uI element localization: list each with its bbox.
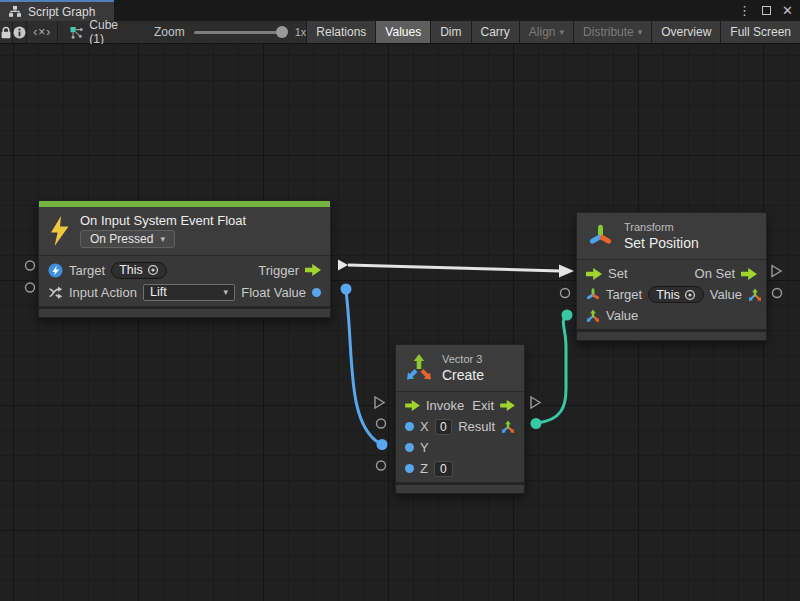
maximize-icon[interactable]	[762, 6, 771, 15]
event-mode-dropdown[interactable]: On Pressed	[80, 230, 175, 248]
vector3-node-header[interactable]: Vector 3 Create	[396, 345, 524, 392]
flow-arrow-icon[interactable]	[741, 268, 757, 280]
set-value-row: Value	[577, 305, 766, 326]
vector3-mini-icon[interactable]	[748, 288, 762, 302]
graph-breadcrumb[interactable]: Cube (1)	[58, 21, 130, 43]
vector3-mini-icon[interactable]	[586, 309, 600, 323]
event-target-row: Target This Trigger	[39, 259, 330, 281]
float-port-icon[interactable]	[312, 288, 321, 297]
toolbar-button-carry[interactable]: Carry	[471, 21, 519, 43]
exit-port-label: Exit	[472, 398, 494, 413]
result-port-label: Result	[458, 419, 495, 434]
input-action-icon	[48, 285, 63, 300]
toolbar-button-relations[interactable]: Relations	[306, 21, 375, 43]
object-picker-icon[interactable]	[147, 264, 159, 276]
zoom-slider-handle[interactable]	[276, 26, 288, 38]
z-port-label: Z	[420, 461, 428, 476]
set-position-category: Transform	[624, 221, 699, 233]
invoke-row: Invoke Exit	[396, 395, 524, 416]
lock-icon	[0, 26, 12, 39]
graph-name: Cube (1)	[89, 18, 118, 46]
graph-canvas[interactable]: On Input System Event Float On Pressed T…	[0, 44, 800, 601]
object-picker-icon[interactable]	[684, 289, 696, 301]
set-port-label: Set	[608, 266, 628, 281]
float-port-icon[interactable]	[405, 422, 414, 431]
z-value-field[interactable]: 0	[434, 461, 453, 477]
float-value-out-port-marker[interactable]	[341, 284, 352, 295]
event-node-header[interactable]: On Input System Event Float On Pressed	[39, 207, 330, 256]
node-transform-set-position[interactable]: Transform Set Position Set On Set	[576, 212, 767, 341]
exit-port-marker[interactable]	[531, 397, 540, 408]
flow-arrow-icon[interactable]	[500, 400, 515, 411]
zoom-label: Zoom	[154, 25, 185, 39]
chevron-down-icon	[638, 25, 643, 39]
result-out-port-marker[interactable]	[531, 418, 542, 429]
invoke-port-marker[interactable]	[375, 397, 384, 408]
set-position-node-footer	[577, 329, 766, 340]
on-set-port-marker[interactable]	[772, 266, 781, 277]
set-position-node-header[interactable]: Transform Set Position	[577, 213, 766, 260]
set-target-port-marker[interactable]	[561, 289, 570, 298]
set-target-object-field[interactable]: This	[648, 286, 704, 303]
value-out-port-label: Value	[710, 287, 742, 302]
vector3-node-footer	[396, 482, 524, 493]
float-port-icon[interactable]	[405, 464, 414, 473]
wire-floatvalue-to-y[interactable]	[346, 291, 379, 443]
vector3-category: Vector 3	[442, 353, 484, 365]
set-position-title: Set Position	[624, 235, 699, 251]
toolbar-button-overview[interactable]: Overview	[651, 21, 720, 43]
wire-trigger-to-set[interactable]	[348, 265, 560, 271]
toolbar-button-label: Dim	[440, 25, 461, 39]
event-action-port-marker[interactable]	[26, 283, 35, 292]
vector3-mini-icon[interactable]	[501, 420, 515, 434]
float-value-port-label: Float Value	[241, 285, 306, 300]
window-menu-icon[interactable]: ⋮	[738, 4, 751, 17]
toolbar-buttons: RelationsValuesDimCarryAlignDistributeOv…	[306, 21, 800, 43]
input-system-icon	[48, 263, 63, 278]
toolbar-button-label: Distribute	[583, 25, 634, 39]
close-icon[interactable]: ✕	[782, 4, 793, 17]
value-in-port-marker[interactable]	[562, 310, 573, 321]
toolbar-button-label: Relations	[316, 25, 366, 39]
x-port-marker[interactable]	[377, 419, 386, 428]
toolbar-button-label: Values	[385, 25, 421, 39]
zoom-slider[interactable]	[194, 31, 286, 34]
y-in-port-marker[interactable]	[377, 439, 388, 450]
flow-arrow-icon[interactable]	[305, 264, 321, 276]
invoke-port-label: Invoke	[426, 398, 464, 413]
transform-mini-icon	[586, 287, 600, 302]
on-set-port-label: On Set	[695, 266, 735, 281]
target-port-label: Target	[69, 263, 105, 278]
float-port-icon[interactable]	[405, 443, 414, 452]
flow-arrow-icon[interactable]	[586, 268, 602, 280]
toolbar-button-dim[interactable]: Dim	[430, 21, 470, 43]
event-input-action-row: Input Action Lift Float Value	[39, 281, 330, 303]
toolbar-button-align: Align	[519, 21, 573, 43]
toolbar-button-label: Full Screen	[730, 25, 791, 39]
node-on-input-system-event-float[interactable]: On Input System Event Float On Pressed T…	[38, 200, 331, 318]
event-target-port-marker[interactable]	[26, 261, 35, 270]
event-node-title: On Input System Event Float	[80, 213, 246, 228]
input-action-dropdown[interactable]: Lift	[143, 284, 235, 301]
toolbar-button-full-screen[interactable]: Full Screen	[720, 21, 800, 43]
lock-button[interactable]	[0, 21, 13, 43]
tab-bar: Script Graph ⋮ ✕	[0, 0, 800, 21]
script-graph-window: Script Graph ⋮ ✕ ‹×› Cube (1) Zoom	[0, 0, 800, 601]
toolbar-button-label: Align	[529, 25, 556, 39]
node-vector3-create[interactable]: Vector 3 Create Invoke Exit	[395, 344, 525, 494]
wire-arrowhead	[559, 265, 574, 278]
code-preview-button[interactable]: ‹×›	[27, 21, 58, 43]
toolbar-button-values[interactable]: Values	[375, 21, 430, 43]
graph-asset-icon	[70, 26, 83, 39]
chevron-down-icon	[160, 232, 165, 246]
flow-arrow-icon[interactable]	[405, 400, 420, 411]
trigger-out-port-marker[interactable]	[338, 260, 348, 271]
info-button[interactable]	[13, 21, 27, 43]
target-object-field[interactable]: This	[111, 262, 167, 279]
value-out-port-marker[interactable]	[773, 289, 782, 298]
x-value-field[interactable]: 0	[435, 419, 452, 435]
event-node-footer	[39, 306, 330, 317]
toolbar-button-label: Overview	[661, 25, 711, 39]
z-port-marker[interactable]	[377, 461, 386, 470]
wire-result-to-value[interactable]	[537, 316, 566, 423]
